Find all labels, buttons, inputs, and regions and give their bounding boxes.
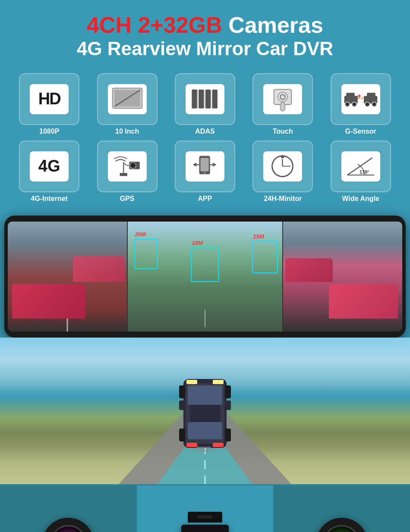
feature-label-wideangle: Wide Angle <box>342 195 379 203</box>
camera-bracket-detail <box>197 515 212 519</box>
feature-box-touch <box>252 73 313 125</box>
car-left-2 <box>73 256 125 282</box>
10inch-svg <box>110 86 145 112</box>
10inch-icon <box>108 84 147 114</box>
camera-bracket <box>188 512 222 523</box>
svg-rect-6 <box>205 90 211 109</box>
feature-10inch: 10 Inch <box>91 73 163 135</box>
svg-rect-52 <box>225 385 231 398</box>
adas-icon <box>186 84 224 114</box>
adas-label-20m: 20M <box>135 231 146 238</box>
feature-label-hd: 1080P <box>39 128 59 135</box>
adas-label-15m: 15M <box>253 233 264 240</box>
feature-label-4g: 4G-Internet <box>31 195 68 203</box>
svg-rect-48 <box>190 405 220 422</box>
svg-point-34 <box>204 172 205 174</box>
feature-hd: HD 1080P <box>13 73 85 135</box>
svg-rect-55 <box>186 380 197 384</box>
touch-svg <box>270 86 296 112</box>
hd-icon: HD <box>30 84 69 114</box>
camera-lens-left <box>50 525 87 532</box>
gps-icon <box>108 151 147 182</box>
24h-svg <box>270 153 296 179</box>
svg-rect-53 <box>179 429 185 441</box>
feature-4g: 4G 4G-Internet <box>13 141 85 203</box>
svg-rect-33 <box>200 158 208 172</box>
header-line1: 4CH 2+32GB Cameras <box>9 13 401 38</box>
feature-box-adas <box>175 73 235 125</box>
feature-app: APP <box>169 141 241 203</box>
svg-rect-54 <box>225 429 231 441</box>
features-grid: HD 1080P 10 Inch <box>13 73 397 203</box>
road-car-section <box>0 338 410 484</box>
feature-label-10inch: 10 Inch <box>115 128 139 135</box>
svg-rect-58 <box>213 443 224 447</box>
wideangle-svg: 170° <box>344 153 378 179</box>
svg-text:170°: 170° <box>360 169 369 175</box>
camera-body-right <box>316 518 368 532</box>
features-section: HD 1080P 10 Inch <box>0 69 410 211</box>
camera-body-left <box>42 518 94 532</box>
feature-gsensor: ✦ G-Sensor <box>325 73 397 135</box>
svg-rect-3 <box>192 90 197 109</box>
svg-rect-57 <box>186 443 197 447</box>
svg-rect-31 <box>120 173 127 176</box>
svg-rect-47 <box>188 422 222 439</box>
feature-label-24h: 24H-Minitor <box>264 195 302 203</box>
mirror-section: 20M 10M 15M <box>0 211 410 338</box>
feature-box-10inch <box>97 73 158 125</box>
cameras-section <box>0 484 410 532</box>
gsensor-icon: ✦ <box>341 84 380 114</box>
camera-center-panel <box>137 485 274 532</box>
svg-rect-49 <box>179 401 184 410</box>
feature-label-gsensor: G-Sensor <box>345 128 376 135</box>
svg-point-17 <box>352 102 356 107</box>
app-svg <box>190 153 220 179</box>
mirror-left-panel <box>8 222 128 332</box>
feature-24h: 24H-Minitor <box>246 141 319 203</box>
feature-box-24h <box>252 141 313 192</box>
feature-adas: ADAS <box>169 73 241 135</box>
4g-icon: 4G <box>30 151 69 182</box>
gsensor-svg: ✦ <box>344 87 378 111</box>
header-section: 4CH 2+32GB Cameras 4G Rearview Mirror Ca… <box>0 0 410 69</box>
24h-icon <box>263 151 302 182</box>
camera-left-panel <box>0 485 137 532</box>
svg-point-21 <box>372 102 377 107</box>
feature-box-4g: 4G <box>19 141 79 192</box>
svg-point-20 <box>365 102 370 107</box>
svg-rect-46 <box>188 385 222 405</box>
header-line2: 4G Rearview Mirror Car DVR <box>9 38 401 60</box>
feature-wideangle: 170° Wide Angle <box>325 141 397 203</box>
header-highlight: 4CH 2+32GB <box>87 13 222 38</box>
adas-box-center: 10M <box>191 247 219 282</box>
mirror-right-panel <box>283 222 402 332</box>
feature-box-app <box>175 141 235 192</box>
feature-label-touch: Touch <box>273 128 293 135</box>
camera-right <box>316 518 368 532</box>
feature-box-gps <box>97 141 158 192</box>
car-top-view <box>177 370 233 458</box>
feature-box-gsensor: ✦ <box>331 73 391 125</box>
feature-label-gps: GPS <box>120 195 135 203</box>
svg-rect-7 <box>212 90 218 109</box>
adas-box-left: 20M <box>134 239 158 269</box>
car-right-1 <box>329 284 398 319</box>
wideangle-icon: 170° <box>341 151 380 182</box>
feature-box-wideangle: 170° <box>331 141 391 192</box>
center-road-line <box>205 310 205 327</box>
road-line-left <box>66 319 68 332</box>
gps-svg <box>112 153 142 179</box>
car-left-1 <box>12 284 85 319</box>
svg-point-38 <box>281 155 284 158</box>
camera-lens-right <box>323 525 360 532</box>
car-svg <box>177 370 233 457</box>
camera-body-center <box>181 525 229 532</box>
mirror-screen: 20M 10M 15M <box>8 222 402 332</box>
feature-box-hd: HD <box>19 73 79 125</box>
svg-rect-5 <box>199 90 204 109</box>
adas-label-10m: 10M <box>192 240 202 246</box>
svg-rect-19 <box>367 93 375 98</box>
camera-left <box>42 518 94 532</box>
adas-box-right: 15M <box>252 241 278 273</box>
